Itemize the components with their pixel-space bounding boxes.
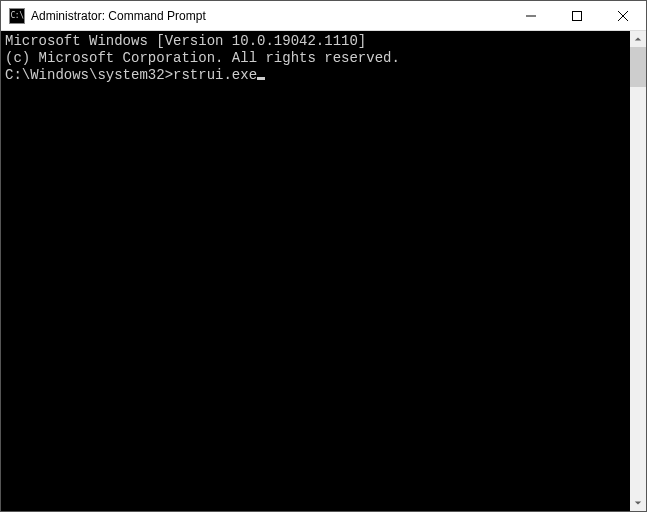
- cmd-icon-text: C:\: [11, 11, 24, 20]
- prompt-line: C:\Windows\system32>rstrui.exe: [5, 67, 626, 84]
- scrollbar-thumb[interactable]: [630, 47, 646, 87]
- copyright-line: (c) Microsoft Corporation. All rights re…: [5, 50, 626, 67]
- titlebar[interactable]: C:\ Administrator: Command Prompt: [1, 1, 646, 31]
- chevron-up-icon: [634, 35, 642, 43]
- chevron-down-icon: [634, 499, 642, 507]
- content-area: Microsoft Windows [Version 10.0.19042.11…: [1, 31, 646, 511]
- scrollbar-track[interactable]: [630, 47, 646, 495]
- command-prompt-window: C:\ Administrator: Command Prompt: [0, 0, 647, 512]
- scrollbar-up-button[interactable]: [630, 31, 646, 47]
- maximize-button[interactable]: [554, 1, 600, 30]
- command-input[interactable]: rstrui.exe: [173, 67, 257, 84]
- cmd-icon: C:\: [9, 8, 25, 24]
- vertical-scrollbar[interactable]: [630, 31, 646, 511]
- cursor: [257, 77, 265, 80]
- minimize-button[interactable]: [508, 1, 554, 30]
- maximize-icon: [572, 11, 582, 21]
- svg-rect-1: [573, 11, 582, 20]
- scrollbar-down-button[interactable]: [630, 495, 646, 511]
- minimize-icon: [526, 11, 536, 21]
- terminal-output[interactable]: Microsoft Windows [Version 10.0.19042.11…: [1, 31, 630, 511]
- prompt-text: C:\Windows\system32>: [5, 67, 173, 84]
- close-icon: [618, 11, 628, 21]
- version-line: Microsoft Windows [Version 10.0.19042.11…: [5, 33, 626, 50]
- close-button[interactable]: [600, 1, 646, 30]
- window-title: Administrator: Command Prompt: [31, 9, 508, 23]
- window-controls: [508, 1, 646, 30]
